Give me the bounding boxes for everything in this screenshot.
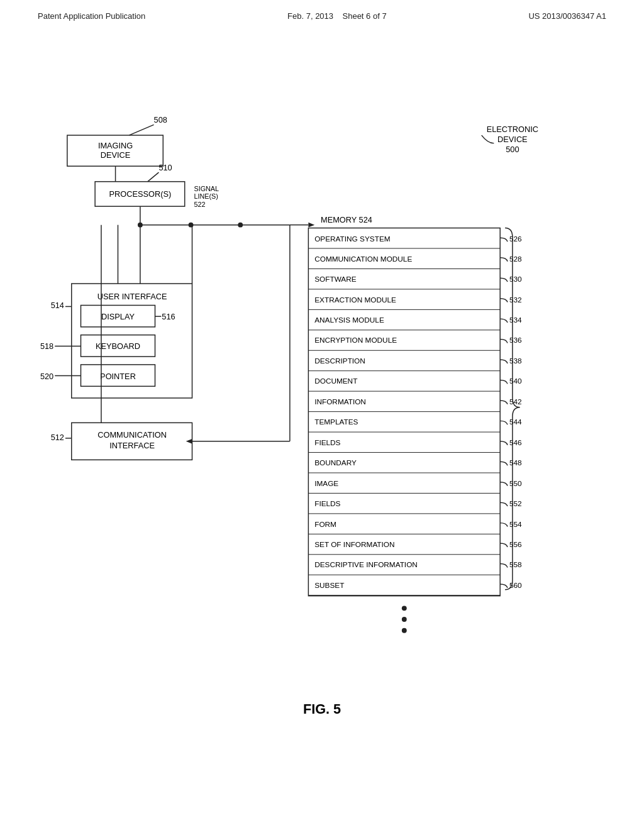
svg-text:BOUNDARY: BOUNDARY	[314, 458, 357, 467]
svg-text:POINTER: POINTER	[100, 372, 136, 381]
page-header: Patent Application Publication Feb. 7, 2…	[0, 0, 644, 21]
svg-point-16	[238, 223, 243, 228]
svg-text:INTERFACE: INTERFACE	[109, 441, 155, 450]
svg-text:DEVICE: DEVICE	[497, 135, 528, 144]
svg-text:538: 538	[509, 357, 522, 365]
svg-point-76	[402, 628, 407, 633]
svg-text:512: 512	[51, 433, 64, 442]
svg-text:SUBSET: SUBSET	[314, 581, 344, 590]
header-left: Patent Application Publication	[38, 11, 145, 21]
electronic-device-label: ELECTRONIC	[487, 124, 538, 134]
diagram-area: text { font-family: Arial, sans-serif; }…	[0, 27, 644, 769]
svg-text:SIGNAL: SIGNAL	[194, 185, 219, 192]
svg-text:SOFTWARE: SOFTWARE	[314, 275, 357, 284]
svg-text:546: 546	[509, 438, 522, 447]
svg-text:USER INTERFACE: USER INTERFACE	[97, 292, 167, 301]
svg-text:556: 556	[509, 540, 522, 549]
svg-point-75	[402, 617, 407, 622]
svg-text:558: 558	[509, 560, 522, 569]
svg-marker-18	[308, 223, 314, 228]
svg-text:514: 514	[51, 301, 64, 310]
svg-text:INFORMATION: INFORMATION	[314, 397, 366, 406]
svg-text:520: 520	[40, 372, 53, 381]
svg-text:IMAGE: IMAGE	[314, 479, 338, 488]
main-svg: text { font-family: Arial, sans-serif; }…	[0, 27, 644, 769]
fig-label: FIG. 5	[303, 701, 341, 717]
header-right: US 2013/0036347 A1	[528, 11, 606, 21]
svg-text:ANALYSIS MODULE: ANALYSIS MODULE	[314, 316, 384, 324]
svg-text:PROCESSOR(S): PROCESSOR(S)	[109, 189, 172, 199]
svg-text:540: 540	[509, 377, 522, 385]
svg-text:536: 536	[509, 336, 522, 345]
svg-text:FIELDS: FIELDS	[314, 438, 340, 447]
svg-text:500: 500	[506, 145, 519, 154]
svg-text:516: 516	[162, 312, 175, 321]
svg-text:550: 550	[509, 479, 522, 488]
svg-text:522: 522	[194, 201, 205, 208]
svg-text:530: 530	[509, 275, 522, 284]
header-center: Feb. 7, 2013 Sheet 6 of 7	[287, 11, 387, 21]
svg-text:DOCUMENT: DOCUMENT	[314, 377, 357, 385]
svg-text:LINE(S): LINE(S)	[194, 192, 218, 200]
svg-text:532: 532	[509, 296, 522, 304]
svg-text:TEMPLATES: TEMPLATES	[314, 418, 358, 426]
svg-text:528: 528	[509, 255, 522, 263]
svg-text:DESCRIPTIVE INFORMATION: DESCRIPTIVE INFORMATION	[314, 560, 418, 569]
svg-line-3	[129, 124, 153, 135]
svg-text:DISPLAY: DISPLAY	[101, 312, 135, 321]
svg-text:SET OF INFORMATION: SET OF INFORMATION	[314, 540, 394, 549]
svg-text:DEVICE: DEVICE	[101, 150, 131, 160]
svg-text:DESCRIPTION: DESCRIPTION	[314, 357, 365, 365]
svg-text:534: 534	[509, 316, 522, 324]
svg-text:ENCRYPTION MODULE: ENCRYPTION MODULE	[314, 336, 397, 345]
svg-text:554: 554	[509, 520, 522, 529]
svg-text:COMMUNICATION MODULE: COMMUNICATION MODULE	[314, 255, 412, 263]
svg-text:542: 542	[509, 397, 522, 406]
svg-point-74	[402, 606, 407, 611]
svg-text:FORM: FORM	[314, 520, 336, 529]
svg-text:548: 548	[509, 458, 522, 467]
svg-text:518: 518	[40, 341, 53, 351]
electronic-device-bracket	[482, 135, 494, 143]
svg-text:COMMUNICATION: COMMUNICATION	[97, 430, 167, 440]
svg-text:526: 526	[509, 235, 522, 243]
svg-text:EXTRACTION MODULE: EXTRACTION MODULE	[314, 296, 396, 304]
svg-text:OPERATING SYSTEM: OPERATING SYSTEM	[314, 235, 390, 243]
svg-text:510: 510	[158, 163, 172, 172]
svg-text:508: 508	[154, 115, 167, 124]
svg-text:FIELDS: FIELDS	[314, 499, 340, 508]
svg-text:552: 552	[509, 499, 522, 508]
svg-text:544: 544	[509, 418, 522, 426]
svg-point-15	[189, 223, 194, 228]
svg-text:KEYBOARD: KEYBOARD	[96, 341, 140, 351]
svg-text:IMAGING: IMAGING	[98, 141, 133, 150]
svg-text:MEMORY 524: MEMORY 524	[321, 215, 372, 224]
svg-line-7	[148, 172, 159, 182]
